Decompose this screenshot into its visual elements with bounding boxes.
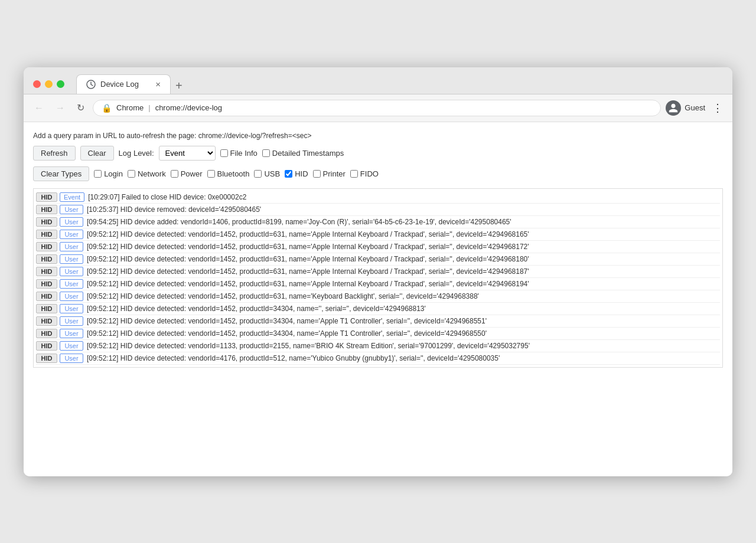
log-type-badge: HID (36, 279, 57, 289)
log-message: [09:52:12] HID device detected: vendorId… (87, 342, 720, 350)
tab-bar: Device Log × + (76, 74, 723, 94)
log-source-badge[interactable]: User (60, 217, 83, 227)
hid-checkbox[interactable] (285, 170, 292, 178)
tab-close-button[interactable]: × (155, 80, 161, 89)
window-controls (33, 80, 64, 88)
usb-checkbox-label[interactable]: USB (254, 169, 280, 178)
fido-checkbox-label[interactable]: FIDO (350, 169, 379, 178)
log-type-badge: HID (36, 316, 57, 326)
detailed-timestamps-checkbox-label[interactable]: Detailed Timestamps (262, 149, 344, 158)
usb-checkbox[interactable] (254, 170, 262, 178)
log-row: HIDUser[09:52:12] HID device detected: v… (36, 352, 720, 365)
reload-button[interactable]: ↻ (73, 100, 88, 116)
log-message: [09:52:12] HID device detected: vendorId… (87, 354, 720, 362)
log-message: [09:52:12] HID device detected: vendorId… (87, 243, 720, 251)
log-message: [09:52:12] HID device detected: vendorId… (87, 230, 720, 238)
file-info-checkbox[interactable] (220, 149, 228, 157)
bluetooth-checkbox[interactable] (207, 170, 215, 178)
log-message: [09:52:12] HID device detected: vendorId… (87, 280, 720, 288)
log-row: HIDUser[09:52:12] HID device detected: v… (36, 228, 720, 241)
refresh-button[interactable]: Refresh (33, 146, 76, 161)
log-source-badge[interactable]: User (60, 267, 83, 276)
tab-title: Device Log (100, 80, 139, 89)
log-type-badge: HID (36, 230, 57, 239)
log-row: HIDEvent[10:29:07] Failed to close HID d… (36, 191, 720, 204)
log-row: HIDUser[09:52:12] HID device detected: v… (36, 303, 720, 315)
log-row: HIDUser[09:52:12] HID device detected: v… (36, 315, 720, 328)
log-message: [10:29:07] Failed to close HID device: 0… (88, 193, 720, 201)
tab-favicon (86, 80, 96, 89)
log-container: HIDEvent[10:29:07] Failed to close HID d… (33, 188, 723, 368)
log-row: HIDUser[10:25:37] HID device removed: de… (36, 204, 720, 216)
log-row: HIDUser[09:52:12] HID device detected: v… (36, 241, 720, 253)
login-checkbox[interactable] (94, 170, 102, 178)
person-icon (668, 103, 679, 113)
address-bar[interactable]: 🔒 Chrome | chrome://device-log (93, 100, 661, 116)
log-source-badge[interactable]: User (60, 242, 83, 251)
browser-window: Device Log × + ← → ↻ 🔒 Chrome | chrome:/… (24, 67, 732, 476)
network-checkbox-label[interactable]: Network (128, 169, 166, 178)
page-content: Add a query param in URL to auto-refresh… (24, 122, 732, 476)
power-checkbox[interactable] (171, 170, 178, 178)
bluetooth-checkbox-label[interactable]: Bluetooth (207, 169, 250, 178)
menu-button[interactable]: ⋮ (710, 99, 725, 117)
log-message: [09:52:12] HID device detected: vendorId… (87, 329, 720, 338)
log-type-badge: HID (36, 254, 57, 264)
log-row: HIDUser[09:52:12] HID device detected: v… (36, 253, 720, 266)
log-source-badge[interactable]: User (60, 292, 83, 301)
guest-avatar (666, 100, 681, 116)
log-source-badge[interactable]: User (60, 254, 83, 264)
security-icon: 🔒 (102, 103, 112, 113)
maximize-button[interactable] (57, 80, 64, 88)
log-row: HIDUser[09:52:12] HID device detected: v… (36, 340, 720, 352)
hid-checkbox-label[interactable]: HID (285, 169, 308, 178)
log-source-badge[interactable]: User (60, 316, 83, 326)
log-row: HIDUser[09:52:12] HID device detected: v… (36, 266, 720, 278)
minimize-button[interactable] (45, 80, 53, 88)
usb-label: USB (264, 169, 280, 178)
url-separator: | (148, 103, 150, 112)
info-text: Add a query param in URL to auto-refresh… (33, 132, 723, 140)
login-checkbox-label[interactable]: Login (94, 169, 123, 178)
login-label: Login (104, 169, 123, 178)
printer-checkbox-label[interactable]: Printer (313, 169, 346, 178)
log-level-select[interactable]: Verbose Info Warning Error Event (159, 146, 216, 161)
guest-button[interactable]: Guest (666, 100, 705, 116)
clear-types-button[interactable]: Clear Types (33, 166, 89, 181)
network-label: Network (138, 169, 166, 178)
log-source-badge[interactable]: User (60, 329, 83, 338)
log-row: HIDUser[09:52:12] HID device detected: v… (36, 290, 720, 303)
main-toolbar: Refresh Clear Log Level: Verbose Info Wa… (33, 146, 723, 161)
network-checkbox[interactable] (128, 170, 135, 178)
log-source-badge[interactable]: Event (60, 192, 84, 202)
log-source-badge[interactable]: User (60, 304, 83, 313)
power-label: Power (181, 169, 203, 178)
log-type-badge: HID (36, 205, 57, 214)
log-source-badge[interactable]: User (60, 205, 83, 214)
forward-button[interactable]: → (52, 100, 69, 116)
log-message: [09:52:12] HID device detected: vendorId… (87, 267, 720, 276)
new-tab-button[interactable]: + (171, 77, 187, 94)
log-source-badge[interactable]: User (60, 341, 83, 351)
active-tab[interactable]: Device Log × (76, 74, 171, 94)
log-level-label: Log Level: (119, 149, 154, 158)
log-message: [10:25:37] HID device removed: deviceId=… (87, 205, 720, 214)
back-button[interactable]: ← (31, 100, 47, 116)
fido-checkbox[interactable] (350, 170, 358, 178)
close-button[interactable] (33, 80, 41, 88)
guest-label: Guest (685, 103, 705, 112)
detailed-timestamps-checkbox[interactable] (262, 149, 270, 157)
log-source-badge[interactable]: User (60, 354, 83, 363)
log-source-badge[interactable]: User (60, 279, 83, 289)
power-checkbox-label[interactable]: Power (171, 169, 203, 178)
log-type-badge: HID (36, 292, 57, 301)
printer-checkbox[interactable] (313, 170, 321, 178)
detailed-timestamps-label: Detailed Timestamps (272, 149, 344, 158)
clear-types-toolbar: Clear Types Login Network Power Bluetoot… (33, 166, 723, 181)
file-info-checkbox-label[interactable]: File Info (220, 149, 258, 158)
log-type-badge: HID (36, 242, 57, 251)
browser-label: Chrome (116, 103, 144, 112)
log-row: HIDUser[09:52:12] HID device detected: v… (36, 278, 720, 290)
clear-button[interactable]: Clear (80, 146, 114, 161)
log-source-badge[interactable]: User (60, 230, 83, 239)
